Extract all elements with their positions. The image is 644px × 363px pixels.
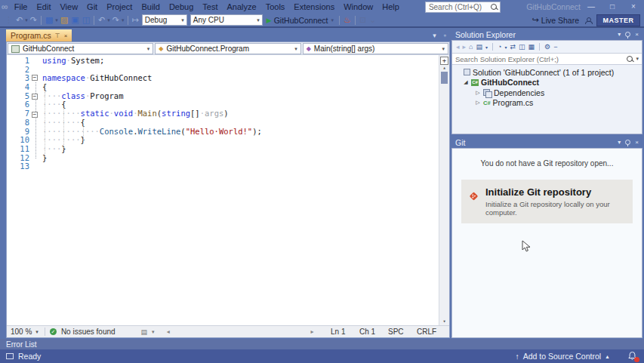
search-icon[interactable] xyxy=(491,4,497,10)
expander-collapsed-icon[interactable]: ▷ xyxy=(475,90,481,96)
code-editor[interactable]: 12345678910111213 −−− using·System;names… xyxy=(7,55,449,325)
expander-expanded-icon[interactable]: ◢ xyxy=(463,79,469,85)
notifications-bell-icon[interactable] xyxy=(627,351,638,361)
collapse-region-icon[interactable]: − xyxy=(32,75,38,81)
menu-item-analyze[interactable]: Analyze xyxy=(223,0,261,14)
window-list-icon[interactable]: ▾ xyxy=(429,29,440,42)
save-icon[interactable]: ▣ xyxy=(69,14,80,26)
menu-item-project[interactable]: Project xyxy=(102,0,137,14)
sync-with-active-document-icon[interactable]: ⇄ xyxy=(510,43,516,51)
caret-icon[interactable]: ▾ xyxy=(485,45,488,50)
breadcrumb-dropdown[interactable]: ◆GitHubConnect.Program▾ xyxy=(155,43,300,54)
solution-search-input[interactable]: Search Solution Explorer (Ctrl+;) ▾ xyxy=(452,53,642,65)
close-icon[interactable]: × xyxy=(635,139,639,146)
close-icon[interactable]: × xyxy=(635,31,639,38)
menu-item-build[interactable]: Build xyxy=(137,0,164,14)
issues-status-label[interactable]: No issues found xyxy=(61,328,116,336)
menu-item-tools[interactable]: Tools xyxy=(261,0,290,14)
save-all-icon[interactable]: ◫ xyxy=(81,14,91,26)
menu-item-debug[interactable]: Debug xyxy=(165,0,198,14)
line-number: 13 xyxy=(7,162,29,171)
tree-item-program-cs[interactable]: ▷C#Program.cs xyxy=(452,98,642,109)
properties-icon[interactable]: ⚙ xyxy=(544,43,550,51)
menu-item-test[interactable]: Test xyxy=(198,0,222,14)
application-window-icon[interactable]: ⊡ xyxy=(358,14,368,26)
forward-icon[interactable]: ▸ xyxy=(463,43,467,51)
close-tab-icon[interactable]: × xyxy=(64,32,68,39)
toolbar-overflow-icon[interactable]: ⌄ xyxy=(368,14,377,26)
chevron-up-icon[interactable]: ▲ xyxy=(605,354,610,359)
collapse-all-icon[interactable]: − xyxy=(553,43,557,51)
preview-selected-items-icon[interactable]: ◫ xyxy=(519,43,525,51)
start-without-debug-icon[interactable]: ↦ xyxy=(131,14,140,26)
menu-item-git[interactable]: Git xyxy=(82,0,102,14)
toolbar-grip-icon[interactable]: ⋮ xyxy=(3,14,14,26)
scroll-left-icon[interactable]: ◂ xyxy=(167,328,170,335)
pin-tab-icon[interactable]: ⊤ xyxy=(55,32,60,39)
redo-icon[interactable]: ↷ xyxy=(111,14,121,26)
chevron-down-icon: ▾ xyxy=(294,46,297,52)
menu-item-view[interactable]: View xyxy=(55,0,82,14)
document-health-icon[interactable]: ▤ xyxy=(141,328,148,336)
maximize-button[interactable]: □ xyxy=(602,0,623,14)
window-position-icon[interactable]: ▾ xyxy=(618,139,621,146)
zoom-level-dropdown[interactable]: 100 % ▾ xyxy=(11,328,45,336)
configuration-dropdown[interactable]: Debug ▾ xyxy=(142,14,187,26)
class-icon: ◆ xyxy=(159,45,163,52)
error-list-bar[interactable]: Error List xyxy=(0,339,644,349)
breadcrumb-dropdown[interactable]: GitHubConnect▾ xyxy=(8,43,153,54)
solution-explorer-title-bar[interactable]: Solution Explorer ▾ × xyxy=(451,29,642,40)
menu-item-extensions[interactable]: Extensions xyxy=(289,0,339,14)
start-debugging-button[interactable]: ▶ GitHubConnect ▾ xyxy=(267,14,334,26)
new-project-icon[interactable]: ▩ xyxy=(44,14,54,26)
menu-item-file[interactable]: File xyxy=(10,0,32,14)
branch-master-button[interactable]: MASTER xyxy=(596,14,640,26)
add-to-source-control-button[interactable]: Add to Source Control xyxy=(523,352,601,361)
caret-icon[interactable]: ▾ xyxy=(121,14,125,26)
pin-icon[interactable] xyxy=(625,140,630,145)
menu-item-help[interactable]: Help xyxy=(377,0,404,14)
chevron-down-icon[interactable]: ▾ xyxy=(152,329,155,335)
float-window-icon[interactable]: ▫ xyxy=(440,29,450,42)
back-icon[interactable]: ◂ xyxy=(456,43,460,51)
scroll-down-icon[interactable]: ▾ xyxy=(442,318,445,325)
switch-views-icon[interactable]: ▤ xyxy=(476,43,483,51)
home-icon[interactable]: ⌂ xyxy=(469,43,473,51)
horizontal-scrollbar[interactable]: ◂ ▸ xyxy=(167,328,314,335)
tree-item-githubconnect[interactable]: ◢C#GitHubConnect xyxy=(452,78,642,88)
tree-item-solution-githubconnect-1-of-1-[interactable]: Solution 'GitHubConnect' (1 of 1 project… xyxy=(452,67,642,78)
quick-search-input[interactable]: Search (Ctrl+Q) xyxy=(425,2,501,13)
solution-explorer-panel: Solution Explorer ▾ × ◂▸⌂▤▾◔▾⇄◫▦⚙− Searc… xyxy=(451,29,642,134)
minimize-button[interactable]: — xyxy=(581,0,602,14)
scroll-up-icon[interactable]: ▴ xyxy=(442,65,445,72)
vertical-scrollbar[interactable]: + ▴ ▾ xyxy=(439,55,449,325)
hot-reload-icon[interactable]: ♨ xyxy=(342,14,353,26)
initialize-git-repository-button[interactable]: Initialize Git repository Initialize a G… xyxy=(461,180,633,223)
collapse-region-icon[interactable]: − xyxy=(32,94,38,100)
caret-icon[interactable]: ▾ xyxy=(504,45,507,50)
breadcrumb-dropdown[interactable]: ◆Main(string[] args)▾ xyxy=(303,43,448,54)
navigate-backward-icon[interactable]: ↶ xyxy=(14,14,24,26)
split-window-handle[interactable]: + xyxy=(440,57,448,65)
navigate-forward-icon[interactable]: ↷ xyxy=(29,14,39,26)
collapse-region-icon[interactable]: − xyxy=(32,112,38,118)
live-share-button[interactable]: ↪ Live Share xyxy=(532,15,579,25)
menu-item-window[interactable]: Window xyxy=(339,0,377,14)
expander-collapsed-icon[interactable]: ▷ xyxy=(475,100,481,106)
menu-item-edit[interactable]: Edit xyxy=(32,0,55,14)
git-panel-title-bar[interactable]: Git ▾ × xyxy=(451,137,642,148)
pending-changes-filter-icon[interactable]: ◔ xyxy=(498,43,501,51)
platform-dropdown[interactable]: Any CPU ▾ xyxy=(190,14,263,26)
undo-icon[interactable]: ↶ xyxy=(97,14,106,26)
menubar: FileEditViewGitProjectBuildDebugTestAnal… xyxy=(10,0,404,14)
sign-in-user-icon[interactable] xyxy=(584,17,591,23)
window-position-icon[interactable]: ▾ xyxy=(618,31,621,38)
tree-item-dependencies[interactable]: ▷Dependencies xyxy=(452,88,642,98)
scrollbar-thumb[interactable] xyxy=(441,72,448,84)
close-button[interactable]: × xyxy=(623,0,644,14)
tab-program-cs[interactable]: Program.cs ⊤ × xyxy=(6,29,72,42)
open-folder-icon[interactable]: ▨ xyxy=(59,14,69,26)
show-all-files-icon[interactable]: ▦ xyxy=(528,43,535,51)
scroll-right-icon[interactable]: ▸ xyxy=(311,328,314,335)
pin-icon[interactable] xyxy=(625,32,630,37)
